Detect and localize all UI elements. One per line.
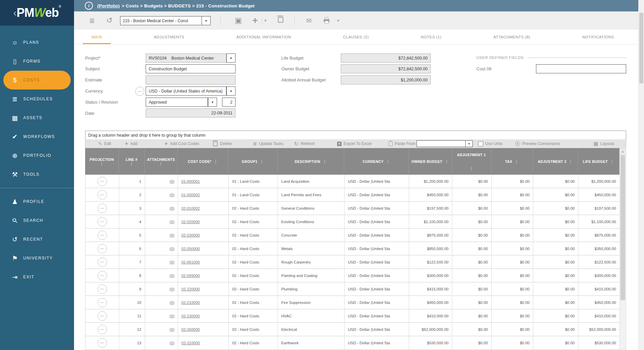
currency-dropdown-icon[interactable]: ▾ bbox=[226, 86, 236, 96]
column-menu-icon[interactable]: ⋮ bbox=[386, 160, 390, 163]
cost-code-link[interactable]: 02-099000 bbox=[181, 274, 200, 278]
attachments-link[interactable]: (0) bbox=[170, 247, 174, 251]
attachments-link[interactable]: (0) bbox=[170, 301, 174, 305]
column-header[interactable]: TAX ⋮ bbox=[491, 148, 533, 175]
record-history-icon[interactable]: ↺ bbox=[106, 16, 112, 25]
cost-code-link[interactable]: 02-061000 bbox=[181, 260, 200, 264]
attachments-link[interactable]: (0) bbox=[170, 206, 174, 210]
cost-code-link[interactable]: 01-000002 bbox=[181, 193, 200, 197]
cost-code-link[interactable]: 02-020000 bbox=[181, 220, 200, 224]
tab-adjustments[interactable]: ADJUSTMENTS bbox=[150, 30, 188, 44]
cost-code-link[interactable]: 02-050000 bbox=[181, 247, 200, 251]
use-units-toggle[interactable]: Use Units bbox=[478, 139, 503, 148]
column-menu-icon[interactable]: ⋮ bbox=[159, 162, 163, 166]
row-actions-button[interactable]: ••• bbox=[98, 271, 107, 280]
layouts-button[interactable]: ▦Layouts bbox=[594, 139, 614, 148]
column-menu-icon[interactable]: ⋮ bbox=[100, 162, 104, 166]
page-scrollbar-thumb[interactable] bbox=[639, 13, 643, 83]
tab-notifications[interactable]: NOTIFICATIONS bbox=[578, 30, 618, 44]
row-actions-button[interactable]: ••• bbox=[98, 231, 107, 240]
row-actions-button[interactable]: ••• bbox=[98, 204, 107, 213]
delete-record-icon[interactable] bbox=[278, 17, 283, 24]
column-header[interactable]: PROJECTION ⋮ bbox=[85, 148, 119, 175]
print-icon[interactable] bbox=[324, 18, 329, 24]
sidebar-item-assets[interactable]: ▦ ASSETS bbox=[0, 108, 74, 127]
pmweb-logo[interactable]: ‹PMWeb® bbox=[0, 0, 74, 26]
add-button[interactable]: +Add bbox=[125, 139, 137, 148]
export-to-excel-button[interactable]: XExport To Excel bbox=[337, 139, 371, 148]
row-actions-button[interactable]: ••• bbox=[98, 244, 107, 253]
row-actions-button[interactable]: ••• bbox=[98, 177, 107, 186]
tab-additional-information[interactable]: ADDITIONAL INFORMATION bbox=[232, 30, 295, 44]
record-selector-dropdown-icon[interactable]: ▾ bbox=[202, 16, 211, 25]
column-menu-icon[interactable]: ⋮ bbox=[514, 160, 519, 163]
records-list-icon[interactable]: ≣ bbox=[89, 16, 95, 25]
currency-options-icon[interactable]: ••• bbox=[135, 87, 144, 96]
cost-code-link[interactable]: 02-310000 bbox=[181, 341, 200, 345]
add-record-icon[interactable]: + bbox=[252, 15, 258, 26]
group-by-drop-zone[interactable]: Drag a column header and drop it here to… bbox=[85, 131, 626, 140]
grid-scrollbar[interactable]: ▲ bbox=[619, 148, 626, 350]
sidebar-item-forms[interactable]: ▯ FORMS bbox=[0, 52, 74, 71]
column-header[interactable]: OWNER BUDGET ⋮ bbox=[409, 148, 452, 175]
column-header[interactable]: GROUP1 ⋮ bbox=[228, 148, 278, 175]
row-actions-button[interactable]: ••• bbox=[98, 217, 107, 226]
tab-clauses[interactable]: CLAUSES (2) bbox=[339, 30, 373, 44]
attachments-link[interactable]: (0) bbox=[170, 287, 174, 291]
sidebar-item-tools[interactable]: ⚒ TOOLS bbox=[0, 165, 74, 184]
column-header[interactable]: DESCRIPTION ⋮ bbox=[278, 148, 344, 175]
refresh-button[interactable]: ↻Refresh bbox=[294, 139, 315, 148]
column-header[interactable]: ADJUSTMENT 2 ⋮ bbox=[533, 148, 578, 175]
status-dropdown-icon[interactable]: ▾ bbox=[208, 98, 217, 107]
column-menu-icon[interactable]: ⋮ bbox=[259, 160, 264, 163]
edit-button[interactable]: ✎Edit bbox=[98, 139, 111, 148]
attachments-link[interactable]: (0) bbox=[170, 341, 174, 345]
sidebar-item-costs[interactable]: $ COSTS bbox=[3, 71, 71, 90]
column-menu-icon[interactable]: ⋮ bbox=[568, 160, 573, 163]
sidebar-item-profile[interactable]: ♟ PROFILE bbox=[0, 192, 74, 211]
column-header[interactable]: ADJUSTMENT 1 ⋮ bbox=[452, 148, 491, 175]
sidebar-item-portfolio[interactable]: ⊕ PORTFOLIO bbox=[0, 146, 74, 165]
attachments-link[interactable]: (0) bbox=[170, 179, 174, 183]
subject-field[interactable]: Construction Budget bbox=[146, 64, 236, 73]
cost-code-link[interactable]: 02-220000 bbox=[181, 287, 200, 291]
column-header[interactable]: COST CODE* ⋮ bbox=[178, 148, 228, 175]
tab-notes[interactable]: NOTES (1) bbox=[417, 30, 445, 44]
sidebar-item-plans[interactable]: ☼ PLANS bbox=[0, 33, 74, 52]
currency-field[interactable]: USD - Dollar (United States of America) bbox=[146, 86, 226, 96]
column-menu-icon[interactable]: ⋮ bbox=[214, 160, 218, 163]
sidebar-item-search[interactable]: ⚲ SEARCH bbox=[0, 211, 74, 230]
column-menu-icon[interactable]: ⋮ bbox=[444, 160, 449, 163]
column-header[interactable]: LINE # ⋮ bbox=[119, 148, 145, 175]
info-icon[interactable]: i bbox=[85, 2, 93, 10]
sidebar-item-university[interactable]: ⚑ UNIVERSITY bbox=[0, 249, 74, 268]
status-field[interactable]: Approved bbox=[146, 98, 208, 107]
grid-filter-dropdown[interactable]: ▾ bbox=[417, 140, 473, 147]
attachments-link[interactable]: (0) bbox=[170, 193, 174, 197]
add-options-caret-icon[interactable]: ▾ bbox=[264, 18, 266, 23]
print-options-caret-icon[interactable]: ▾ bbox=[337, 18, 339, 23]
attachments-link[interactable]: (0) bbox=[170, 220, 174, 224]
tab-attachments[interactable]: ATTACHMENTS (8) bbox=[490, 30, 534, 44]
add-cost-codes-button[interactable]: +Add Cost Codes bbox=[165, 139, 199, 148]
attachments-link[interactable]: (0) bbox=[170, 233, 174, 237]
column-menu-icon[interactable]: ⋮ bbox=[129, 162, 134, 166]
sidebar-item-exit[interactable]: ⇥ EXIT bbox=[0, 268, 74, 286]
column-menu-icon[interactable]: ⋮ bbox=[322, 160, 327, 163]
filter-caret-icon[interactable]: ▾ bbox=[465, 141, 472, 147]
revision-field[interactable]: 2 bbox=[222, 98, 236, 107]
record-selector[interactable]: 215 - Boston Medical Center - Const bbox=[120, 16, 202, 25]
sidebar-item-recent[interactable]: ↺ RECENT bbox=[0, 230, 74, 249]
breadcrumb-portfolio-link[interactable]: (Portfolio) bbox=[97, 3, 120, 8]
cost-code-link[interactable]: 02-030000 bbox=[181, 233, 200, 237]
row-actions-button[interactable]: ••• bbox=[98, 257, 107, 267]
sidebar-item-workflows[interactable]: ✔ WORKFLOWS bbox=[0, 127, 74, 146]
column-menu-icon[interactable]: ⋮ bbox=[610, 160, 614, 163]
row-actions-button[interactable]: ••• bbox=[98, 190, 107, 200]
project-dropdown-icon[interactable]: ▾ bbox=[226, 54, 236, 63]
delete-button[interactable]: Delete bbox=[213, 139, 232, 148]
checkbox-icon[interactable] bbox=[478, 141, 483, 146]
row-actions-button[interactable]: ••• bbox=[98, 298, 107, 307]
row-actions-button[interactable]: ••• bbox=[98, 284, 107, 294]
email-icon[interactable]: ✉ bbox=[306, 17, 312, 25]
